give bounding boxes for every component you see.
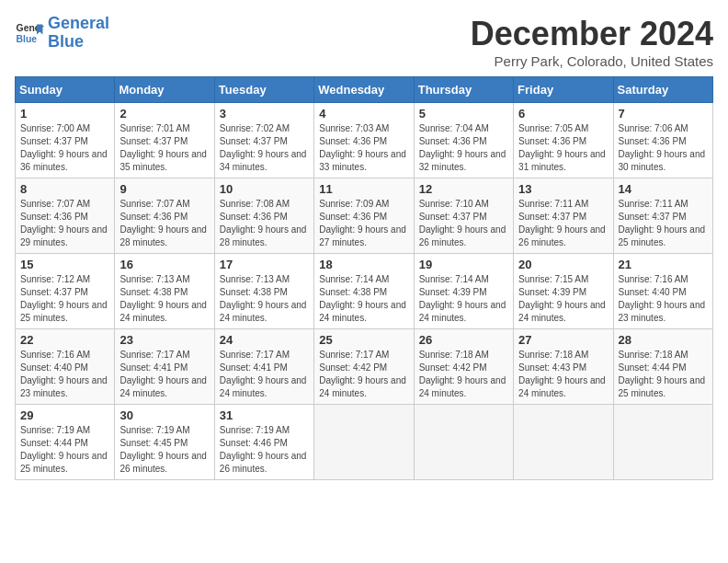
day-number: 9 <box>119 182 209 196</box>
calendar-week-1: 1Sunrise: 7:00 AMSunset: 4:37 PMDaylight… <box>16 103 713 178</box>
day-number: 10 <box>220 182 309 196</box>
page-header: General Blue General Blue December 2024 … <box>15 15 713 69</box>
day-number: 21 <box>619 258 708 271</box>
day-info: Sunrise: 7:09 AMSunset: 4:36 PMDaylight:… <box>319 198 408 249</box>
calendar-table: SundayMondayTuesdayWednesdayThursdayFrid… <box>15 76 713 480</box>
calendar-cell: 15Sunrise: 7:12 AMSunset: 4:37 PMDayligh… <box>16 254 115 329</box>
day-info: Sunrise: 7:12 AMSunset: 4:37 PMDaylight:… <box>20 273 109 325</box>
calendar-cell: 19Sunrise: 7:14 AMSunset: 4:39 PMDayligh… <box>414 254 513 329</box>
day-number: 17 <box>220 258 309 271</box>
day-info: Sunrise: 7:15 AMSunset: 4:39 PMDaylight:… <box>518 273 608 325</box>
day-number: 29 <box>20 408 109 422</box>
day-info: Sunrise: 7:08 AMSunset: 4:36 PMDaylight:… <box>220 198 309 249</box>
calendar-cell: 25Sunrise: 7:17 AMSunset: 4:42 PMDayligh… <box>314 329 414 405</box>
calendar-cell: 2Sunrise: 7:01 AMSunset: 4:37 PMDaylight… <box>115 103 214 178</box>
calendar-week-3: 15Sunrise: 7:12 AMSunset: 4:37 PMDayligh… <box>16 254 713 329</box>
day-info: Sunrise: 7:11 AMSunset: 4:37 PMDaylight:… <box>619 198 708 249</box>
day-number: 23 <box>119 333 209 347</box>
weekday-header-thursday: Thursday <box>414 77 513 103</box>
day-number: 2 <box>119 107 209 121</box>
day-info: Sunrise: 7:17 AMSunset: 4:41 PMDaylight:… <box>119 349 209 400</box>
day-number: 30 <box>119 408 209 422</box>
day-info: Sunrise: 7:18 AMSunset: 4:44 PMDaylight:… <box>619 349 708 400</box>
calendar-cell: 12Sunrise: 7:10 AMSunset: 4:37 PMDayligh… <box>414 178 513 254</box>
calendar-week-4: 22Sunrise: 7:16 AMSunset: 4:40 PMDayligh… <box>16 329 713 405</box>
calendar-cell: 30Sunrise: 7:19 AMSunset: 4:45 PMDayligh… <box>115 405 214 480</box>
calendar-cell: 9Sunrise: 7:07 AMSunset: 4:36 PMDaylight… <box>115 178 214 254</box>
day-number: 13 <box>518 182 608 196</box>
day-number: 4 <box>319 107 408 121</box>
logo-text-line2: Blue <box>48 33 109 52</box>
calendar-cell: 4Sunrise: 7:03 AMSunset: 4:36 PMDaylight… <box>314 103 414 178</box>
day-number: 24 <box>220 333 309 347</box>
day-number: 28 <box>619 333 708 347</box>
day-number: 7 <box>619 107 708 121</box>
calendar-cell: 10Sunrise: 7:08 AMSunset: 4:36 PMDayligh… <box>214 178 313 254</box>
day-number: 8 <box>20 182 109 196</box>
day-info: Sunrise: 7:16 AMSunset: 4:40 PMDaylight:… <box>619 273 708 325</box>
day-info: Sunrise: 7:02 AMSunset: 4:37 PMDaylight:… <box>220 122 309 174</box>
day-info: Sunrise: 7:14 AMSunset: 4:39 PMDaylight:… <box>419 273 508 325</box>
day-number: 25 <box>319 333 408 347</box>
day-info: Sunrise: 7:18 AMSunset: 4:43 PMDaylight:… <box>518 349 608 400</box>
day-info: Sunrise: 7:14 AMSunset: 4:38 PMDaylight:… <box>319 273 408 325</box>
title-block: December 2024 Perry Park, Colorado, Unit… <box>471 15 713 69</box>
day-number: 3 <box>220 107 309 121</box>
day-number: 31 <box>220 408 309 422</box>
day-info: Sunrise: 7:18 AMSunset: 4:42 PMDaylight:… <box>419 349 508 400</box>
calendar-cell: 22Sunrise: 7:16 AMSunset: 4:40 PMDayligh… <box>16 329 115 405</box>
calendar-cell: 11Sunrise: 7:09 AMSunset: 4:36 PMDayligh… <box>314 178 414 254</box>
svg-text:Blue: Blue <box>17 33 38 43</box>
day-info: Sunrise: 7:19 AMSunset: 4:45 PMDaylight:… <box>119 424 209 476</box>
logo: General Blue General Blue <box>15 15 109 52</box>
calendar-cell: 3Sunrise: 7:02 AMSunset: 4:37 PMDaylight… <box>214 103 313 178</box>
logo-text-line1: General <box>48 15 109 33</box>
weekday-header-monday: Monday <box>115 77 214 103</box>
day-number: 27 <box>518 333 608 347</box>
calendar-cell: 28Sunrise: 7:18 AMSunset: 4:44 PMDayligh… <box>613 329 712 405</box>
calendar-cell: 14Sunrise: 7:11 AMSunset: 4:37 PMDayligh… <box>613 178 712 254</box>
weekday-header-tuesday: Tuesday <box>214 77 313 103</box>
calendar-cell <box>613 405 712 480</box>
day-info: Sunrise: 7:13 AMSunset: 4:38 PMDaylight:… <box>119 273 209 325</box>
day-info: Sunrise: 7:17 AMSunset: 4:42 PMDaylight:… <box>319 349 408 400</box>
calendar-cell: 17Sunrise: 7:13 AMSunset: 4:38 PMDayligh… <box>214 254 313 329</box>
day-number: 20 <box>518 258 608 271</box>
day-info: Sunrise: 7:11 AMSunset: 4:37 PMDaylight:… <box>518 198 608 249</box>
day-info: Sunrise: 7:19 AMSunset: 4:44 PMDaylight:… <box>20 424 109 476</box>
calendar-cell: 31Sunrise: 7:19 AMSunset: 4:46 PMDayligh… <box>214 405 313 480</box>
calendar-cell: 26Sunrise: 7:18 AMSunset: 4:42 PMDayligh… <box>414 329 513 405</box>
calendar-cell: 6Sunrise: 7:05 AMSunset: 4:36 PMDaylight… <box>514 103 613 178</box>
calendar-cell: 27Sunrise: 7:18 AMSunset: 4:43 PMDayligh… <box>514 329 613 405</box>
day-info: Sunrise: 7:07 AMSunset: 4:36 PMDaylight:… <box>20 198 109 249</box>
calendar-cell <box>314 405 414 480</box>
day-info: Sunrise: 7:07 AMSunset: 4:36 PMDaylight:… <box>119 198 209 249</box>
day-number: 16 <box>119 258 209 271</box>
calendar-cell <box>414 405 513 480</box>
calendar-cell: 16Sunrise: 7:13 AMSunset: 4:38 PMDayligh… <box>115 254 214 329</box>
weekday-header-saturday: Saturday <box>613 77 712 103</box>
day-info: Sunrise: 7:10 AMSunset: 4:37 PMDaylight:… <box>419 198 508 249</box>
day-number: 11 <box>319 182 408 196</box>
day-number: 14 <box>619 182 708 196</box>
day-info: Sunrise: 7:16 AMSunset: 4:40 PMDaylight:… <box>20 349 109 400</box>
calendar-cell: 20Sunrise: 7:15 AMSunset: 4:39 PMDayligh… <box>514 254 613 329</box>
day-info: Sunrise: 7:03 AMSunset: 4:36 PMDaylight:… <box>319 122 408 174</box>
day-number: 1 <box>20 107 109 121</box>
calendar-cell: 7Sunrise: 7:06 AMSunset: 4:36 PMDaylight… <box>613 103 712 178</box>
month-title: December 2024 <box>471 15 713 53</box>
calendar-week-2: 8Sunrise: 7:07 AMSunset: 4:36 PMDaylight… <box>16 178 713 254</box>
weekday-header-wednesday: Wednesday <box>314 77 414 103</box>
day-info: Sunrise: 7:13 AMSunset: 4:38 PMDaylight:… <box>220 273 309 325</box>
calendar-cell: 24Sunrise: 7:17 AMSunset: 4:41 PMDayligh… <box>214 329 313 405</box>
calendar-cell: 5Sunrise: 7:04 AMSunset: 4:36 PMDaylight… <box>414 103 513 178</box>
weekday-header-friday: Friday <box>514 77 613 103</box>
day-info: Sunrise: 7:00 AMSunset: 4:37 PMDaylight:… <box>20 122 109 174</box>
day-info: Sunrise: 7:17 AMSunset: 4:41 PMDaylight:… <box>220 349 309 400</box>
day-number: 18 <box>319 258 408 271</box>
logo-icon: General Blue <box>15 18 44 48</box>
calendar-week-5: 29Sunrise: 7:19 AMSunset: 4:44 PMDayligh… <box>16 405 713 480</box>
calendar-cell: 13Sunrise: 7:11 AMSunset: 4:37 PMDayligh… <box>514 178 613 254</box>
day-info: Sunrise: 7:05 AMSunset: 4:36 PMDaylight:… <box>518 122 608 174</box>
day-number: 6 <box>518 107 608 121</box>
